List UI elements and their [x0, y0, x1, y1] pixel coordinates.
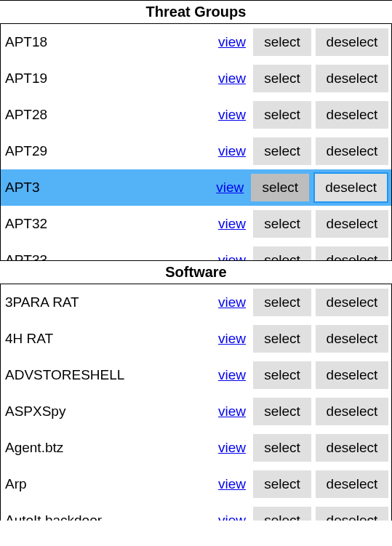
item-name: APT28 — [4, 107, 214, 123]
view-link[interactable]: view — [218, 476, 246, 492]
item-name: Arp — [4, 476, 214, 492]
select-button[interactable]: select — [253, 325, 311, 353]
item-name: APT29 — [4, 143, 214, 159]
select-button[interactable]: select — [253, 361, 311, 389]
deselect-button[interactable]: deselect — [316, 361, 388, 389]
select-button[interactable]: select — [251, 174, 309, 201]
select-button[interactable]: select — [253, 210, 311, 238]
panel-header: Software — [0, 260, 392, 284]
select-button[interactable]: select — [253, 470, 311, 498]
item-name: APT33 — [4, 252, 214, 260]
deselect-button[interactable]: deselect — [313, 172, 388, 203]
item-name: AutoIt backdoor — [4, 513, 214, 521]
view-link[interactable]: view — [218, 294, 246, 310]
view-link[interactable]: view — [218, 367, 246, 383]
deselect-button[interactable]: deselect — [316, 398, 388, 425]
view-link[interactable]: view — [218, 440, 246, 456]
deselect-button[interactable]: deselect — [316, 101, 388, 129]
select-button[interactable]: select — [253, 246, 311, 260]
list-item[interactable]: ADVSTORESHELLviewselectdeselect — [1, 357, 391, 393]
view-link[interactable]: view — [218, 404, 246, 419]
list-item[interactable]: APT3viewselectdeselect — [1, 169, 391, 206]
list-item[interactable]: APT19viewselectdeselect — [1, 60, 391, 97]
deselect-button[interactable]: deselect — [316, 28, 388, 56]
view-link[interactable]: view — [218, 513, 246, 521]
list-item[interactable]: APT28viewselectdeselect — [1, 97, 391, 133]
view-link[interactable]: view — [218, 34, 246, 50]
view-link[interactable]: view — [218, 216, 246, 232]
deselect-button[interactable]: deselect — [316, 137, 388, 165]
view-link[interactable]: view — [218, 71, 246, 87]
item-name: ADVSTORESHELL — [4, 367, 214, 383]
item-name: APT3 — [4, 180, 212, 196]
item-name: Agent.btz — [4, 440, 214, 456]
item-name: APT32 — [4, 216, 214, 232]
panel-threat-groups: Threat GroupsAPT18viewselectdeselectAPT1… — [0, 0, 392, 260]
deselect-button[interactable]: deselect — [316, 210, 388, 238]
list-item[interactable]: AutoIt backdoorviewselectdeselect — [1, 502, 391, 521]
list-item[interactable]: APT29viewselectdeselect — [1, 133, 391, 169]
panel-body[interactable]: 3PARA RATviewselectdeselect4H RATviewsel… — [0, 284, 392, 521]
item-name: APT18 — [4, 34, 214, 50]
select-button[interactable]: select — [253, 28, 311, 56]
item-name: ASPXSpy — [4, 404, 214, 419]
select-button[interactable]: select — [253, 398, 311, 425]
item-name: 3PARA RAT — [4, 294, 214, 310]
panel-body[interactable]: APT18viewselectdeselectAPT19viewselectde… — [0, 24, 392, 260]
panel-software: Software3PARA RATviewselectdeselect4H RA… — [0, 260, 392, 521]
list-item[interactable]: Arpviewselectdeselect — [1, 466, 391, 502]
deselect-button[interactable]: deselect — [316, 65, 388, 92]
deselect-button[interactable]: deselect — [316, 289, 388, 316]
view-link[interactable]: view — [218, 331, 246, 347]
select-button[interactable]: select — [253, 507, 311, 521]
deselect-button[interactable]: deselect — [316, 470, 388, 498]
view-link[interactable]: view — [216, 180, 244, 196]
select-button[interactable]: select — [253, 65, 311, 92]
list-item[interactable]: APT18viewselectdeselect — [1, 24, 391, 60]
list-item[interactable]: Agent.btzviewselectdeselect — [1, 430, 391, 466]
deselect-button[interactable]: deselect — [316, 325, 388, 353]
select-button[interactable]: select — [253, 434, 311, 462]
view-link[interactable]: view — [218, 252, 246, 260]
list-item[interactable]: ASPXSpyviewselectdeselect — [1, 393, 391, 430]
view-link[interactable]: view — [218, 143, 246, 159]
deselect-button[interactable]: deselect — [316, 246, 388, 260]
select-button[interactable]: select — [253, 137, 311, 165]
deselect-button[interactable]: deselect — [316, 434, 388, 462]
view-link[interactable]: view — [218, 107, 246, 123]
item-name: APT19 — [4, 71, 214, 87]
item-name: 4H RAT — [4, 331, 214, 347]
select-button[interactable]: select — [253, 101, 311, 129]
list-item[interactable]: APT33viewselectdeselect — [1, 242, 391, 260]
list-item[interactable]: APT32viewselectdeselect — [1, 206, 391, 242]
list-item[interactable]: 4H RATviewselectdeselect — [1, 321, 391, 357]
select-button[interactable]: select — [253, 289, 311, 316]
panel-header: Threat Groups — [0, 0, 392, 24]
deselect-button[interactable]: deselect — [316, 507, 388, 521]
list-item[interactable]: 3PARA RATviewselectdeselect — [1, 284, 391, 321]
